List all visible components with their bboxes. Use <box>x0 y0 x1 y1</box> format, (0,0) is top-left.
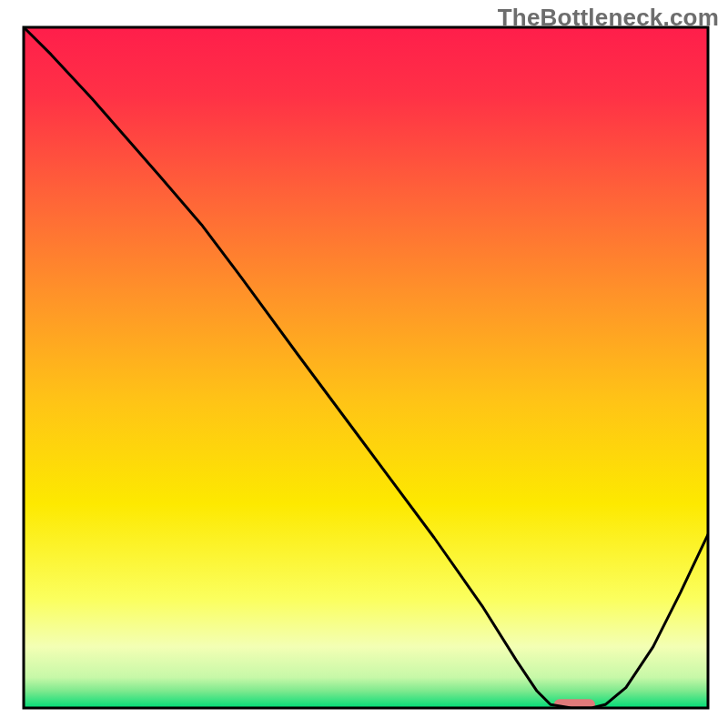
chart-canvas: TheBottleneck.com <box>0 0 728 728</box>
gradient-background <box>24 27 708 708</box>
plot-svg <box>0 0 728 728</box>
